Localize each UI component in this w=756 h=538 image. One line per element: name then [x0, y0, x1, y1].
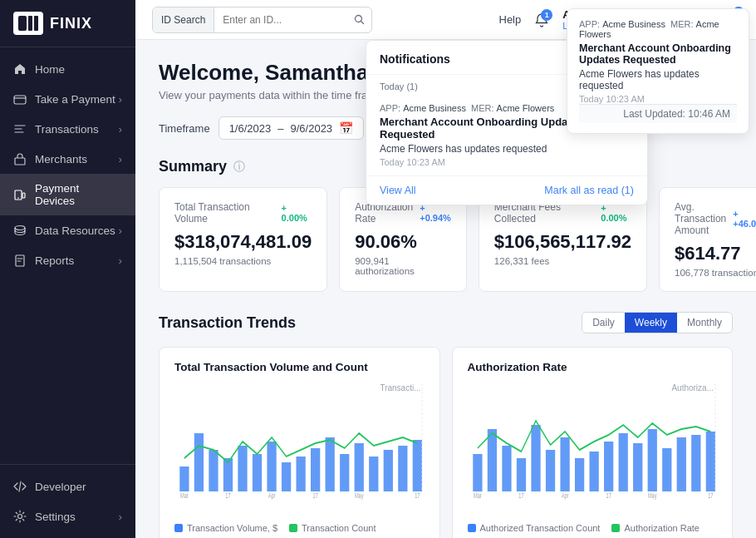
svg-rect-48 [647, 429, 656, 491]
sidebar-item-label: Transactions [35, 123, 99, 136]
sidebar-item-data-resources[interactable]: Data Resources › [0, 215, 135, 245]
svg-point-8 [15, 226, 25, 230]
svg-rect-49 [662, 448, 671, 491]
svg-rect-47 [633, 443, 642, 491]
legend-item-volume: Transaction Volume, $ [174, 523, 277, 533]
card-label: Total Transaction Volume + 0.00% [174, 201, 312, 225]
timeframe-picker[interactable]: 1/6/2023 – 9/6/2023 📅 [218, 116, 364, 140]
sidebar-item-label: Take a Payment [35, 93, 115, 106]
svg-rect-19 [282, 462, 291, 491]
svg-rect-44 [589, 452, 598, 491]
notification-popup2: APP: Acme Business MER: Acme Flowers Mer… [567, 8, 749, 134]
svg-rect-0 [18, 16, 27, 31]
payment-icon [13, 92, 27, 106]
notification-panel-footer: View All Mark all as read (1) [366, 176, 647, 205]
info-icon[interactable]: ⓘ [233, 160, 245, 175]
card-sub: 126,331 fees [494, 256, 631, 266]
card-value: $614.77 [675, 243, 756, 264]
svg-rect-4 [15, 158, 25, 165]
sidebar-item-payment-devices[interactable]: Payment Devices [0, 174, 135, 215]
sidebar-item-take-payment[interactable]: Take a Payment › [0, 84, 135, 114]
svg-rect-20 [296, 457, 305, 491]
reports-icon [13, 254, 27, 267]
sidebar-item-transactions[interactable]: Transactions › [0, 114, 135, 144]
logo-icon [13, 12, 43, 35]
svg-rect-27 [398, 446, 407, 491]
chevron-right-icon: › [119, 254, 123, 267]
help-link[interactable]: Help [499, 13, 522, 26]
sidebar-item-label: Settings [35, 511, 76, 523]
popup2-body: Acme Flowers has updates requested [579, 68, 737, 91]
card-badge: + 0.00% [601, 203, 631, 223]
toggle-daily[interactable]: Daily [582, 313, 625, 333]
id-search-group[interactable]: ID Search [152, 7, 372, 33]
calendar-icon: 📅 [339, 121, 353, 135]
id-search-input[interactable] [214, 7, 347, 32]
svg-text:17: 17 [415, 491, 420, 500]
svg-text:Mar: Mar [474, 491, 482, 500]
home-icon [13, 62, 27, 76]
toggle-monthly[interactable]: Monthly [677, 313, 732, 333]
chart-card-auth: Authorization Rate Authoriza... [452, 347, 734, 538]
logo-area: FINIX [0, 0, 135, 47]
sidebar-item-label: Payment Devices [35, 182, 122, 207]
svg-rect-46 [618, 433, 627, 491]
notification-item-body: Acme Flowers has updates requested [380, 143, 634, 155]
svg-rect-28 [413, 440, 422, 491]
card-badge: + 0.00% [282, 203, 312, 223]
card-badge: + +0.94% [420, 203, 451, 223]
sidebar-item-settings[interactable]: Settings › [0, 501, 135, 531]
chart-card-volume: Total Transaction Volume and Count Trans… [159, 347, 440, 538]
chart-area-auth: Authoriza... [468, 383, 718, 516]
legend-item-count: Transaction Count [289, 523, 376, 533]
developer-icon [13, 480, 27, 493]
last-updated-label: Last Updated: 10:46 AM [579, 104, 737, 123]
timeframe-start: 1/6/2023 [229, 122, 272, 135]
svg-rect-26 [384, 450, 393, 491]
chart-title-auth: Authorization Rate [468, 361, 718, 373]
timeframe-end: 9/6/2023 [290, 122, 332, 135]
svg-text:Apr: Apr [561, 491, 568, 500]
svg-rect-13 [194, 433, 204, 491]
svg-rect-36 [473, 454, 482, 491]
svg-point-11 [356, 16, 362, 22]
legend-item-auth-count: Authorized Transaction Count [468, 523, 601, 533]
toggle-weekly[interactable]: Weekly [625, 313, 677, 333]
search-icon [354, 14, 365, 25]
notification-item-time: Today 10:23 AM [380, 157, 634, 167]
svg-rect-40 [531, 425, 540, 491]
trends-toggle: Daily Weekly Monthly [582, 312, 733, 333]
sidebar-bottom: Developer Settings › [0, 464, 135, 538]
svg-rect-22 [326, 437, 335, 491]
popup2-time: Today 10:23 AM [579, 94, 737, 104]
legend-dot-blue2 [468, 524, 476, 532]
chart-legend-auth: Authorized Transaction Count Authorizati… [468, 523, 718, 533]
svg-rect-18 [267, 442, 276, 491]
legend-dot-green [289, 524, 297, 532]
sidebar-item-label: Developer [35, 481, 86, 493]
card-sub: 106,778 transactions [675, 268, 756, 278]
mark-all-read-button[interactable]: Mark all as read (1) [544, 185, 634, 196]
sidebar-item-developer[interactable]: Developer [0, 471, 135, 501]
summary-title: Summary [159, 158, 227, 175]
notification-button[interactable]: 1 [534, 12, 549, 27]
sidebar-item-merchants[interactable]: Merchants › [0, 144, 135, 174]
card-value: $106,565,117.92 [494, 231, 631, 253]
svg-rect-51 [691, 435, 700, 491]
sidebar-item-home[interactable]: Home [0, 54, 135, 84]
summary-card-avg: Avg. Transaction Amount + +46.01% $614.7… [659, 187, 756, 292]
legend-dot-green2 [611, 524, 620, 532]
svg-text:17: 17 [225, 491, 230, 500]
view-all-link[interactable]: View All [380, 185, 416, 196]
sidebar-item-label: Home [35, 63, 65, 76]
svg-rect-23 [340, 454, 349, 491]
sidebar-nav: Home Take a Payment › Transactions › Mer… [0, 47, 135, 464]
sidebar-item-reports[interactable]: Reports › [0, 245, 135, 275]
sidebar-item-label: Merchants [35, 153, 87, 165]
card-value: $318,074,481.09 [174, 231, 312, 253]
svg-text:May: May [355, 491, 364, 500]
id-search-button[interactable] [347, 14, 371, 25]
card-value: 90.06% [355, 231, 451, 253]
svg-rect-1 [28, 16, 32, 31]
svg-point-7 [17, 197, 19, 199]
